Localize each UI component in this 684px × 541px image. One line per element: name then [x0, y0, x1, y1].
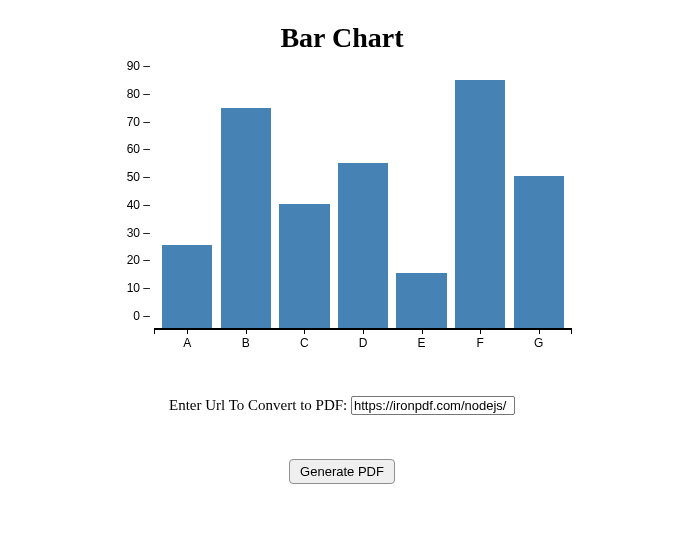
bar [338, 163, 388, 328]
x-tick [246, 328, 247, 334]
x-label: F [477, 336, 484, 350]
x-tick-edge-right [571, 328, 572, 334]
y-tick: 0 [133, 309, 150, 323]
page-title: Bar Chart [0, 0, 684, 66]
button-row: Generate PDF [0, 459, 684, 484]
y-tick: 60 [127, 142, 150, 156]
bar [162, 245, 212, 328]
bar-chart: 0102030405060708090 ABCDEFG [102, 66, 582, 356]
y-tick: 70 [127, 115, 150, 129]
y-axis: 0102030405060708090 [102, 80, 154, 330]
bar-slot: E [392, 80, 451, 328]
x-tick-edge-left [154, 328, 155, 334]
bar-slot: A [158, 80, 217, 328]
x-tick [539, 328, 540, 334]
bar-slot: G [509, 80, 568, 328]
bar [514, 176, 564, 328]
x-tick [422, 328, 423, 334]
bar-slot: B [217, 80, 276, 328]
x-label: D [359, 336, 368, 350]
bar-slot: D [334, 80, 393, 328]
x-tick [480, 328, 481, 334]
y-tick: 10 [127, 281, 150, 295]
x-label: A [183, 336, 191, 350]
bar [279, 204, 329, 328]
bar-slot: C [275, 80, 334, 328]
bar [221, 108, 271, 328]
y-tick: 40 [127, 198, 150, 212]
url-label: Enter Url To Convert to PDF: [169, 397, 351, 413]
plot-area: ABCDEFG [154, 80, 572, 330]
url-form-row: Enter Url To Convert to PDF: [0, 396, 684, 415]
bar [455, 80, 505, 328]
bar-slot: F [451, 80, 510, 328]
y-tick: 90 [127, 59, 150, 73]
bar [396, 273, 446, 328]
url-input[interactable] [351, 396, 515, 415]
x-tick [363, 328, 364, 334]
y-tick: 80 [127, 87, 150, 101]
y-tick: 50 [127, 170, 150, 184]
x-tick [304, 328, 305, 334]
bars-container: ABCDEFG [154, 80, 572, 328]
x-label: G [534, 336, 543, 350]
x-tick [187, 328, 188, 334]
x-label: C [300, 336, 309, 350]
x-label: B [242, 336, 250, 350]
x-label: E [418, 336, 426, 350]
y-tick: 30 [127, 226, 150, 240]
y-tick: 20 [127, 253, 150, 267]
generate-pdf-button[interactable]: Generate PDF [289, 459, 395, 484]
